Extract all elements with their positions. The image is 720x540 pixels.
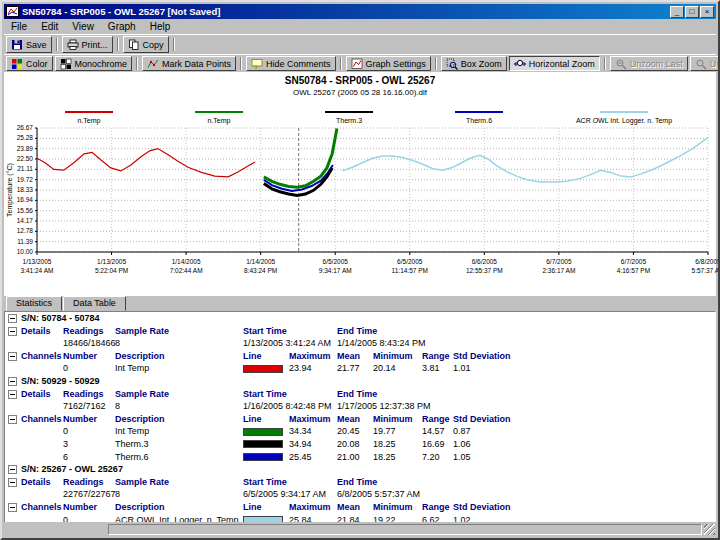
tree-collapse-icon[interactable] [8,415,17,424]
y-tick-label: 14.17 [17,217,34,224]
copy-icon [128,39,140,51]
x-tick-date: 1/14/2005 [172,258,201,265]
tree-collapse-icon[interactable] [8,327,17,336]
x-tick-time: 12:55:37 PM [466,267,503,274]
stats-column-header: Readings [63,326,104,336]
toolbar-separator [340,57,342,70]
channel-minimum: 18.25 [373,452,396,462]
save-icon [11,39,23,51]
menu-edit[interactable]: Edit [34,20,65,33]
resize-grip[interactable] [704,524,715,535]
stats-row: 22767/2276786/5/2005 9:34:17 AM6/8/2005 … [5,488,715,501]
horizontal-zoom-button[interactable]: Horizontal Zoom [509,56,600,71]
stats-column-header: Description [115,351,165,361]
chart-subtitle: OWL 25267 (2005 05 28 16.16.00).dlf [4,88,716,97]
tree-collapse-icon[interactable] [8,503,17,512]
stats-row: 18466/1846681/13/2005 3:41:24 AM1/14/200… [5,337,715,350]
tree-collapse-icon[interactable] [8,377,17,386]
menu-file[interactable]: File [4,20,34,33]
stats-row: ChannelsNumberDescriptionLineMaximumMean… [5,413,715,426]
graph-toolbar: ColorMonochromeMark Data PointsHide Comm… [4,54,716,72]
chart-canvas[interactable]: 1/13/20053:41:24 AM1/13/20055:22:04 PM1/… [4,72,720,296]
stats-row: DetailsReadingsSample RateStart TimeEnd … [5,388,715,401]
unzoom-last-button[interactable]: Unzoom Last [610,56,688,71]
monochrome-button[interactable]: Monochrome [55,56,133,71]
tree-collapse-icon[interactable] [8,390,17,399]
y-tick-label: 19.72 [17,176,34,183]
print-button[interactable]: Print... [62,36,113,53]
stats-column-header: End Time [337,477,377,487]
stats-column-header: Readings [63,389,104,399]
stats-serial-number: S/N: 50784 - 50784 [21,313,100,323]
channel-range: 7.20 [422,452,440,462]
tree-collapse-icon[interactable] [8,352,17,361]
app-window: SN50784 - SRP005 - OWL 25267 [Not Saved]… [0,0,720,540]
legend-label: Therm.3 [336,117,362,124]
stats-column-header: Std Deviation [453,351,511,361]
stats-column-header: Description [115,414,165,424]
x-tick-time: 8:43:24 PM [244,267,277,274]
channel-line-swatch [243,440,283,448]
toolbar-button-label: Unzoom Last [630,59,683,69]
stats-row: ChannelsNumberDescriptionLineMaximumMean… [5,350,715,363]
stats-column-header: Maximum [289,414,331,424]
color-icon [11,58,23,70]
tab-statistics[interactable]: Statistics [6,296,62,311]
unzoom-all-icon [695,58,707,70]
tree-collapse-icon[interactable] [8,314,17,323]
stats-detail-value: 18466/18466 [63,338,116,348]
stats-row: S/N: 25267 - OWL 25267 [5,463,715,476]
stats-detail-value: 1/13/2005 3:41:24 AM [243,338,331,348]
stats-column-header: Number [63,351,97,361]
menu-graph[interactable]: Graph [101,20,143,33]
channel-range: 16.69 [422,439,445,449]
file-toolbar: SavePrint...Copy [4,34,716,54]
toolbar-separator [136,57,138,70]
unzoom-all-button[interactable]: Unzoom All [690,56,720,71]
copy-button[interactable]: Copy [123,36,169,53]
stats-detail-value: 8 [115,489,120,499]
color-button[interactable]: Color [6,56,53,71]
toolbar-separator [435,57,437,70]
close-button[interactable]: × [700,6,714,18]
stats-detail-value: 8 [115,338,120,348]
channel-std-deviation: 1.05 [453,452,471,462]
stats-row: ChannelsNumberDescriptionLineMaximumMean… [5,501,715,514]
toolbar-separator [173,38,175,51]
menu-help[interactable]: Help [143,20,178,33]
toolbar-button-label: Print... [82,40,108,50]
channel-mean: 21.00 [337,452,360,462]
hide-comments-button[interactable]: Hide Comments [246,56,336,71]
stats-column-header: Number [63,502,97,512]
box-zoom-button[interactable]: Box Zoom [441,56,507,71]
graph-settings-button[interactable]: Graph Settings [346,56,431,71]
print-icon [67,39,79,51]
tree-collapse-icon[interactable] [8,478,17,487]
menu-view[interactable]: View [65,20,101,33]
stats-column-header: Minimum [373,502,413,512]
minimize-button[interactable]: _ [670,6,684,18]
toolbar-button-label: Graph Settings [366,59,426,69]
stats-column-header: Start Time [243,326,287,336]
channel-maximum: 23.94 [289,363,312,373]
stats-column-header: Std Deviation [453,502,511,512]
channel-std-deviation: 1.01 [453,363,471,373]
tab-data-table[interactable]: Data Table [63,296,126,311]
stats-detail-value: 6/5/2005 9:34:17 AM [243,489,326,499]
stats-column-header: Start Time [243,477,287,487]
tree-collapse-icon[interactable] [8,465,17,474]
series-line [342,137,708,182]
mark-data-points-button[interactable]: Mark Data Points [142,56,236,71]
stats-row: DetailsReadingsSample RateStart TimeEnd … [5,476,715,489]
y-tick-label: 22.50 [17,155,34,162]
x-tick-date: 6/7/2005 [546,258,572,265]
hide-comments-icon [251,58,263,70]
series-line [37,149,255,177]
stats-column-header: Sample Rate [115,326,169,336]
maximize-button[interactable]: □ [685,6,699,18]
status-bar [4,522,716,536]
save-button[interactable]: Save [6,36,52,53]
stats-detail-value: 6/8/2005 5:57:37 AM [337,489,420,499]
toolbar-separator [604,57,606,70]
title-bar[interactable]: SN50784 - SRP005 - OWL 25267 [Not Saved]… [4,4,716,19]
